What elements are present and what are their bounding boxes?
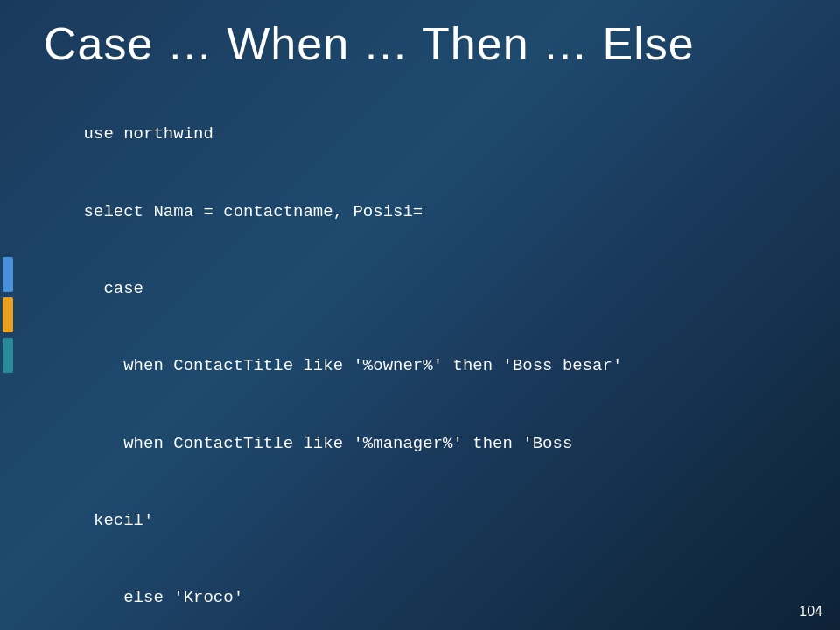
code-line-4: when ContactTitle like '%owner%' then 'B…: [84, 356, 623, 375]
code-line-3: case: [84, 279, 144, 298]
code-line-5: when ContactTitle like '%manager%' then …: [84, 434, 573, 453]
code-line-5b: kecil': [84, 511, 154, 530]
code-block: use northwind select Nama = contactname,…: [44, 96, 796, 630]
slide-title: Case … When … Then … Else: [44, 18, 796, 70]
slide-content: Case … When … Then … Else use northwind …: [0, 0, 840, 630]
code-line-2: select Nama = contactname, Posisi=: [84, 202, 424, 221]
code-line-6: else 'Kroco': [84, 588, 243, 607]
code-line-1: use northwind: [84, 124, 214, 144]
page-number: 104: [799, 604, 822, 620]
